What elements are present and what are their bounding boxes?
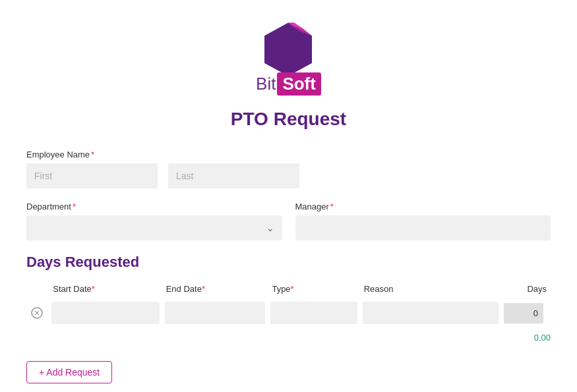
start-date-input[interactable] bbox=[51, 302, 159, 324]
manager-group: Manager* bbox=[295, 202, 551, 240]
page-title: PTO Request bbox=[26, 109, 551, 130]
days-requested-title: Days Requested bbox=[26, 254, 551, 271]
col-remove bbox=[26, 281, 49, 299]
manager-input[interactable] bbox=[295, 215, 551, 240]
table-row: × 0 bbox=[26, 299, 551, 327]
col-reason: Reason bbox=[360, 281, 501, 299]
logo-soft-text: Soft bbox=[277, 72, 321, 96]
days-value-cell: 0 bbox=[501, 299, 551, 327]
employee-name-required: * bbox=[91, 150, 94, 159]
end-date-required: * bbox=[202, 284, 205, 294]
start-date-cell bbox=[49, 299, 162, 327]
department-select-wrapper: Engineering HR Finance Marketing Operati… bbox=[26, 215, 282, 240]
manager-label: Manager* bbox=[295, 202, 551, 211]
first-name-input[interactable] bbox=[26, 163, 158, 188]
department-required: * bbox=[73, 202, 76, 211]
add-request-button[interactable]: + Add Request bbox=[26, 361, 112, 383]
employee-name-group: Employee Name* bbox=[26, 150, 551, 188]
type-cell bbox=[268, 299, 359, 327]
logo-wrapper: Bit Soft bbox=[256, 20, 321, 96]
remove-cell: × bbox=[26, 299, 49, 327]
days-requested-section: Days Requested Start Date* End Date* Typ… bbox=[26, 254, 551, 348]
department-group: Department* Engineering HR Finance Marke… bbox=[26, 202, 282, 240]
logo-area: Bit Soft bbox=[26, 13, 551, 96]
department-select[interactable]: Engineering HR Finance Marketing Operati… bbox=[26, 215, 282, 240]
days-table: Start Date* End Date* Type* Reason Days bbox=[26, 281, 551, 327]
total-value: 0.00 bbox=[534, 333, 551, 343]
employee-name-label: Employee Name* bbox=[26, 150, 551, 159]
manager-required: * bbox=[330, 202, 334, 211]
total-row: 0.00 bbox=[26, 327, 551, 348]
start-date-required: * bbox=[92, 284, 95, 294]
col-days: Days bbox=[501, 281, 551, 299]
reason-cell bbox=[360, 299, 501, 327]
col-start-date: Start Date* bbox=[49, 281, 162, 299]
end-date-cell bbox=[162, 299, 268, 327]
dept-manager-row: Department* Engineering HR Finance Marke… bbox=[26, 202, 551, 240]
col-end-date: End Date* bbox=[162, 281, 268, 299]
reason-input[interactable] bbox=[363, 302, 499, 324]
department-label: Department* bbox=[26, 202, 282, 211]
remove-circle-icon: × bbox=[31, 307, 43, 319]
col-type: Type* bbox=[268, 281, 359, 299]
logo-text: Bit Soft bbox=[256, 72, 321, 96]
logo-hexagon-icon bbox=[258, 20, 318, 79]
days-value: 0 bbox=[504, 303, 543, 323]
type-input[interactable] bbox=[270, 302, 357, 324]
type-required: * bbox=[291, 284, 294, 294]
table-header-row: Start Date* End Date* Type* Reason Days bbox=[26, 281, 551, 299]
add-request-label: + Add Request bbox=[39, 367, 100, 378]
employee-name-section: Employee Name* bbox=[26, 150, 551, 188]
end-date-input[interactable] bbox=[165, 302, 266, 324]
logo-bit-text: Bit bbox=[256, 74, 276, 94]
remove-row-button[interactable]: × bbox=[29, 305, 45, 321]
last-name-input[interactable] bbox=[168, 163, 299, 188]
